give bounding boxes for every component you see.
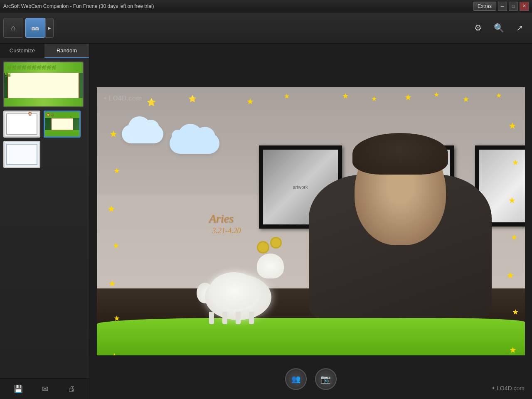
titlebar-controls: Extras ─ □ ✕ xyxy=(473,2,529,11)
main-layout: Customize Random 🦁 🦎 🐊 🌿 🦉 xyxy=(0,44,532,399)
star-2: ⭐ xyxy=(188,95,197,103)
settings-button[interactable]: ⚙ xyxy=(469,19,487,37)
star-7: ★ xyxy=(404,92,412,102)
star-r3: ★ xyxy=(508,195,516,205)
star-1: ⭐ xyxy=(147,98,156,107)
cloud-1 xyxy=(122,125,163,143)
star-l4: ★ xyxy=(113,241,119,250)
watermark-top-left: ✦ LO4D.com xyxy=(103,95,142,102)
search-button[interactable]: 🔍 xyxy=(490,19,508,37)
minimize-button[interactable]: ─ xyxy=(498,2,507,11)
star-r1: ★ xyxy=(508,121,517,131)
logo-star-icon: ✦ xyxy=(491,385,495,391)
thumbnail-3[interactable]: 🦁🐊 xyxy=(44,111,81,138)
content-area: artwork artwork text ⭐ ⭐ ★ ★ ★ xyxy=(89,44,532,399)
funframe-button[interactable]: 🏘 xyxy=(25,18,45,38)
customize-tab[interactable]: Customize xyxy=(0,44,44,58)
thumbnail-4[interactable] xyxy=(3,141,40,168)
grass-overlay xyxy=(97,318,525,355)
star-l2: ★ xyxy=(113,166,120,175)
cloud-2 xyxy=(170,133,219,154)
star-r6: ★ xyxy=(512,308,519,317)
mail-icon[interactable]: ✉ xyxy=(42,384,48,394)
zodiac-sign-text: Aries xyxy=(209,212,234,225)
left-panel: Customize Random 🦁 🦎 🐊 🌿 🦉 xyxy=(0,44,89,399)
tab-bar: Customize Random xyxy=(0,44,89,58)
group-photo-button[interactable]: 👥 xyxy=(285,368,307,390)
bottom-controls: 👥 📷 xyxy=(285,368,337,390)
logo-bottom-right: ✦ LO4D.com xyxy=(491,385,525,392)
star-l7: ★ xyxy=(110,351,118,355)
star-l3: ★ xyxy=(107,204,116,214)
star-l6: ★ xyxy=(113,314,120,323)
extras-button[interactable]: Extras xyxy=(473,2,496,11)
logo-text: LO4D.com xyxy=(497,385,525,392)
titlebar: ArcSoft WebCam Companion - Fun Frame (30… xyxy=(0,0,532,12)
thumbnail-list: 🦁 🦎 🐊 🌿 🦉 🌿🌿🌿🌿🌿🌿🌿🌿🌿🌿 xyxy=(0,58,89,378)
star-r4: ★ xyxy=(511,233,517,242)
export-button[interactable]: ↗ xyxy=(510,19,529,37)
star-4: ★ xyxy=(284,92,290,100)
thumbnail-1[interactable]: 🦁 🦎 🐊 🌿 🦉 🌿🌿🌿🌿🌿🌿🌿🌿🌿🌿 xyxy=(3,62,84,107)
funframe-arrow[interactable]: ▶ xyxy=(45,18,54,38)
print-icon[interactable]: 🖨 xyxy=(68,384,75,393)
toolbar-right-buttons: ⚙ 🔍 ↗ xyxy=(469,19,529,37)
star-r2: ★ xyxy=(512,158,519,167)
close-button[interactable]: ✕ xyxy=(520,2,529,11)
star-3: ★ xyxy=(246,96,254,106)
star-r7: ★ xyxy=(509,345,517,355)
star-8: ★ xyxy=(433,91,439,99)
star-r5: ★ xyxy=(506,270,515,281)
thumbnail-2[interactable]: 🦉 xyxy=(3,111,40,138)
star-10: ★ xyxy=(496,91,502,99)
random-tab[interactable]: Random xyxy=(44,44,89,58)
star-l5: ★ xyxy=(108,278,116,288)
star-l1: ★ xyxy=(109,129,118,140)
home-button[interactable]: ⌂ xyxy=(3,18,23,38)
capture-button[interactable]: 📷 xyxy=(315,368,337,390)
save-icon[interactable]: 💾 xyxy=(14,384,23,394)
star-6: ★ xyxy=(371,95,377,103)
zodiac-animal xyxy=(197,229,288,324)
toolbar: ⌂ 🏘 ▶ ⇄ 55 ⚙ 🔍 ↗ xyxy=(0,12,532,44)
thumbnail-row-2 xyxy=(3,141,86,168)
star-9: ★ xyxy=(463,95,469,104)
webcam-view: artwork artwork text ⭐ ⭐ ★ ★ ★ xyxy=(97,87,525,355)
window-title: ArcSoft WebCam Companion - Fun Frame (30… xyxy=(3,3,154,9)
restore-button[interactable]: □ xyxy=(509,2,518,11)
left-bottom-bar: 💾 ✉ 🖨 xyxy=(0,378,89,399)
thumbnail-row-1: 🦉 🦁🐊 xyxy=(3,111,86,138)
star-5: ★ xyxy=(342,91,349,101)
